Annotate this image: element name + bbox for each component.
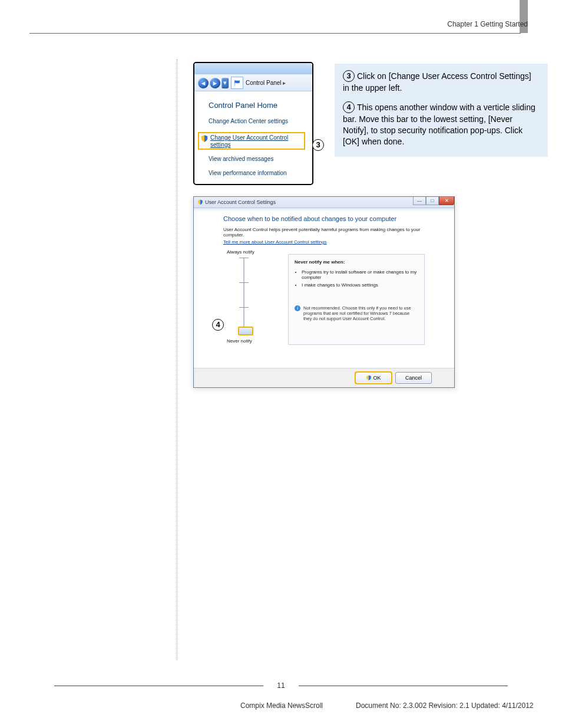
ok-button[interactable]: OK <box>355 372 392 384</box>
dialog-subtext: User Account Control helps prevent poten… <box>223 227 437 238</box>
cancel-button-label: Cancel <box>405 375 422 381</box>
notify-description-box: Never notify me when: Programs try to in… <box>288 254 425 345</box>
notify-slider-area: Always notify Never notify Never notify … <box>223 249 437 344</box>
slider-label-bottom: Never notify <box>227 338 252 344</box>
breadcrumb[interactable]: Control Panel <box>246 80 286 86</box>
slider-track[interactable] <box>243 258 244 333</box>
step-badge-3: 3 <box>343 70 355 82</box>
dialog-button-bar: OK Cancel <box>194 368 454 387</box>
shield-icon <box>197 199 203 205</box>
shield-icon <box>200 134 209 143</box>
slider-label-top: Always notify <box>227 249 254 255</box>
footer-right: Document No: 2.3.002 Revision: 2.1 Updat… <box>356 701 534 710</box>
slider-thumb[interactable] <box>238 327 253 335</box>
dialog-heading: Choose when to be notified about changes… <box>223 215 437 222</box>
link-view-performance[interactable]: View performance information <box>209 170 305 177</box>
window-titlebar: User Account Control Settings — □ ✕ <box>194 197 454 208</box>
notify-bullet-1: Programs try to install software or make… <box>302 269 418 280</box>
window-title: User Account Control Settings <box>205 199 276 205</box>
link-change-action-center[interactable]: Change Action Center settings <box>209 118 305 125</box>
notify-title: Never notify me when: <box>295 259 418 265</box>
sidebar-heading: Control Panel Home <box>209 101 305 110</box>
explorer-navbar: ◄ ► ▾ Control Panel <box>194 74 312 91</box>
window-close-button[interactable]: ✕ <box>439 197 454 205</box>
dialog-more-link[interactable]: Tell me more about User Account Control … <box>223 239 327 245</box>
window-minimize-button[interactable]: — <box>413 197 426 205</box>
link-change-uac-highlighted[interactable]: Change User Account Control settings <box>198 132 305 150</box>
step-4-text: This opens another window with a verticl… <box>343 103 535 146</box>
forward-button[interactable]: ► <box>210 78 220 88</box>
header-rule <box>29 33 521 34</box>
annotation-badge-3: 3 <box>312 139 324 151</box>
ok-button-label: OK <box>373 375 381 381</box>
screenshot-control-panel-sidebar: ◄ ► ▾ Control Panel Control Panel Home C… <box>193 62 313 185</box>
column-divider <box>177 59 177 660</box>
window-maximize-button[interactable]: □ <box>426 197 439 205</box>
page-number: 11 <box>0 681 562 690</box>
back-button[interactable]: ◄ <box>198 78 209 88</box>
chapter-header: Chapter 1 Getting Started <box>447 20 528 28</box>
link-change-uac-label: Change User Account Control settings <box>210 134 303 148</box>
step-badge-4: 4 <box>343 101 355 113</box>
action-center-flag-icon <box>231 77 243 89</box>
history-dropdown[interactable]: ▾ <box>222 78 229 88</box>
window-frame-top <box>194 63 312 74</box>
notify-warning: Not recommended. Choose this only if you… <box>303 305 418 321</box>
step-3-text: Click on [Change User Access Control Set… <box>343 71 531 93</box>
annotation-badge-4: 4 <box>212 319 224 331</box>
footer-left: Compix Media NewsScroll <box>240 701 323 710</box>
notify-bullet-2: I make changes to Windows settings <box>302 282 418 288</box>
annotation-3: 3 <box>312 140 324 151</box>
shield-icon <box>366 375 372 381</box>
info-icon: i <box>295 305 300 311</box>
link-view-archived[interactable]: View archived messages <box>209 156 305 163</box>
annotation-4: 4 <box>212 319 224 331</box>
instruction-callout: 3Click on [Change User Access Control Se… <box>335 64 548 157</box>
cancel-button[interactable]: Cancel <box>395 372 432 384</box>
screenshot-uac-settings-dialog: User Account Control Settings — □ ✕ Choo… <box>193 196 455 388</box>
